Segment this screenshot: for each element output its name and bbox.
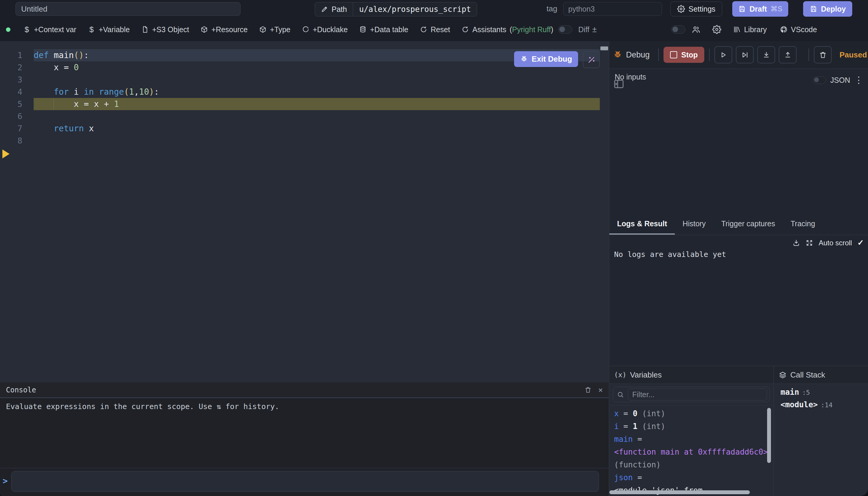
autoscroll-label[interactable]: Auto scroll xyxy=(819,239,852,247)
code-line-content[interactable] xyxy=(34,135,600,147)
top-bar: Path u/alex/prosperous_script tag Settin… xyxy=(0,0,868,18)
vscode-button[interactable]: VScode xyxy=(780,25,817,34)
line-number[interactable]: 6 xyxy=(0,112,22,121)
code-line[interactable]: 5x = x + 1 xyxy=(0,98,600,110)
tab-tracing[interactable]: Tracing xyxy=(783,212,823,235)
tag-input[interactable] xyxy=(563,2,662,16)
gear-icon[interactable] xyxy=(712,25,721,34)
collapse-panel-icon[interactable] xyxy=(613,78,625,90)
variable-line[interactable]: (function) xyxy=(614,459,773,471)
line-number[interactable]: 3 xyxy=(0,75,22,84)
refresh-icon xyxy=(461,26,469,33)
variable-line[interactable]: json = xyxy=(614,471,773,484)
close-icon[interactable]: ✕ xyxy=(598,386,603,393)
data-table-button[interactable]: +Data table xyxy=(359,25,408,34)
kebab-menu-icon[interactable]: ⋮ xyxy=(854,76,863,84)
app-window: Path u/alex/prosperous_script tag Settin… xyxy=(0,0,868,496)
clear-button[interactable] xyxy=(814,46,832,63)
diff-toggle[interactable] xyxy=(558,25,572,34)
assistants-button[interactable]: Assistants ( Pyright Ruff ) xyxy=(461,25,553,34)
s3-object-button[interactable]: +S3 Object xyxy=(141,25,189,34)
resource-button[interactable]: +Resource xyxy=(200,25,248,34)
stop-button[interactable]: Stop xyxy=(663,47,705,63)
tab-logs-result[interactable]: Logs & Result xyxy=(609,212,675,235)
callstack-frame[interactable]: <module>:14 xyxy=(780,400,868,413)
line-number[interactable]: 1 xyxy=(0,51,22,60)
editor-scrollbar[interactable] xyxy=(600,46,608,50)
ai-assistant-button[interactable] xyxy=(583,51,600,68)
ducklake-button[interactable]: +Ducklake xyxy=(302,25,348,34)
line-number[interactable]: 5 xyxy=(0,99,22,109)
line-number[interactable]: 4 xyxy=(0,87,22,96)
toolbar-item-label: +Data table xyxy=(370,25,408,34)
callstack-panel: Call Stack main:5<module>:14 xyxy=(774,366,868,496)
trash-icon[interactable] xyxy=(584,386,592,393)
variable-line[interactable]: main = xyxy=(614,433,773,446)
step-out-button[interactable] xyxy=(779,46,796,63)
draft-button[interactable]: Draft ⌘S xyxy=(732,1,788,17)
diff-group[interactable]: Diff ± xyxy=(578,25,597,34)
variables-filter-input[interactable] xyxy=(628,389,767,400)
code-line[interactable]: 8 xyxy=(0,135,600,147)
step-over-button[interactable] xyxy=(736,46,754,63)
code-line[interactable]: 6 xyxy=(0,110,600,122)
variable-line[interactable]: <function main at 0xffffadadd6c0> xyxy=(614,446,773,459)
code-line-content[interactable]: for i in range(1,10): xyxy=(34,86,600,98)
debug-toolbar: Debug Stop xyxy=(609,41,868,69)
variable-line[interactable]: i = 1 (int) xyxy=(614,420,773,433)
callstack-header: Call Stack xyxy=(774,366,868,384)
code-editor[interactable]: 1def main():2x = 034for i in range(1,10)… xyxy=(0,41,609,382)
settings-label: Settings xyxy=(689,5,715,13)
line-number[interactable]: 8 xyxy=(0,136,22,145)
edit-path-button[interactable]: Path xyxy=(315,2,353,16)
users-icon[interactable] xyxy=(692,25,700,34)
variable-line[interactable]: x = 0 (int) xyxy=(614,407,773,420)
exit-debug-button[interactable]: Exit Debug xyxy=(514,51,578,67)
variable-button[interactable]: $+Variable xyxy=(88,25,129,34)
download-icon[interactable] xyxy=(792,239,800,247)
variables-horizontal-scrollbar[interactable] xyxy=(609,490,750,494)
variables-header: (x) Variables xyxy=(609,366,773,384)
variable-line[interactable]: <module 'json' from xyxy=(614,484,773,496)
deploy-button[interactable]: Deploy xyxy=(803,1,852,17)
step-into-button[interactable] xyxy=(757,46,775,63)
line-number[interactable]: 7 xyxy=(0,124,22,133)
continue-button[interactable] xyxy=(714,46,732,63)
console-input[interactable] xyxy=(11,471,599,492)
type-button[interactable]: +Type xyxy=(259,25,290,34)
code-line-content[interactable]: return x xyxy=(34,122,600,135)
path-group: Path u/alex/prosperous_script xyxy=(315,2,477,16)
library-label: Library xyxy=(744,25,767,34)
code-line[interactable]: 1def main(): xyxy=(0,49,600,61)
code-line-content[interactable] xyxy=(34,110,600,122)
line-number[interactable]: 2 xyxy=(0,63,22,72)
divider xyxy=(709,48,710,61)
prompt-chevron: > xyxy=(3,476,8,486)
reset-button[interactable]: Reset xyxy=(420,25,450,34)
tab-trigger-captures[interactable]: Trigger captures xyxy=(713,212,783,235)
debug-mode-label: Debug xyxy=(626,50,650,60)
code-line-content[interactable]: x = x + 1 xyxy=(34,98,600,110)
check-icon[interactable]: ✓ xyxy=(857,238,864,247)
json-toggle[interactable] xyxy=(813,77,826,84)
callstack-frame[interactable]: main:5 xyxy=(780,388,868,400)
code-line-content[interactable] xyxy=(34,74,600,86)
code-line[interactable]: 3 xyxy=(0,74,600,86)
draft-shortcut: ⌘S xyxy=(770,5,782,13)
code-line[interactable]: 4for i in range(1,10): xyxy=(0,86,600,98)
plus-minus-icon: ± xyxy=(593,25,597,34)
script-title-input[interactable] xyxy=(15,2,240,16)
variables-title: Variables xyxy=(630,370,662,379)
save-icon xyxy=(810,5,817,13)
settings-button[interactable]: Settings xyxy=(670,1,722,16)
library-button[interactable]: Library xyxy=(733,25,767,34)
variables-vertical-scrollbar[interactable] xyxy=(767,408,771,463)
script-path-value[interactable]: u/alex/prosperous_script xyxy=(353,2,477,16)
code-line[interactable]: 2x = 0 xyxy=(0,61,600,74)
ducklake-icon xyxy=(302,26,310,33)
collab-toggle[interactable] xyxy=(671,25,685,34)
code-line[interactable]: 7return x xyxy=(0,122,600,135)
expand-icon[interactable] xyxy=(805,239,813,247)
context-var-button[interactable]: $+Context var xyxy=(23,25,76,34)
tab-history[interactable]: History xyxy=(675,212,713,235)
